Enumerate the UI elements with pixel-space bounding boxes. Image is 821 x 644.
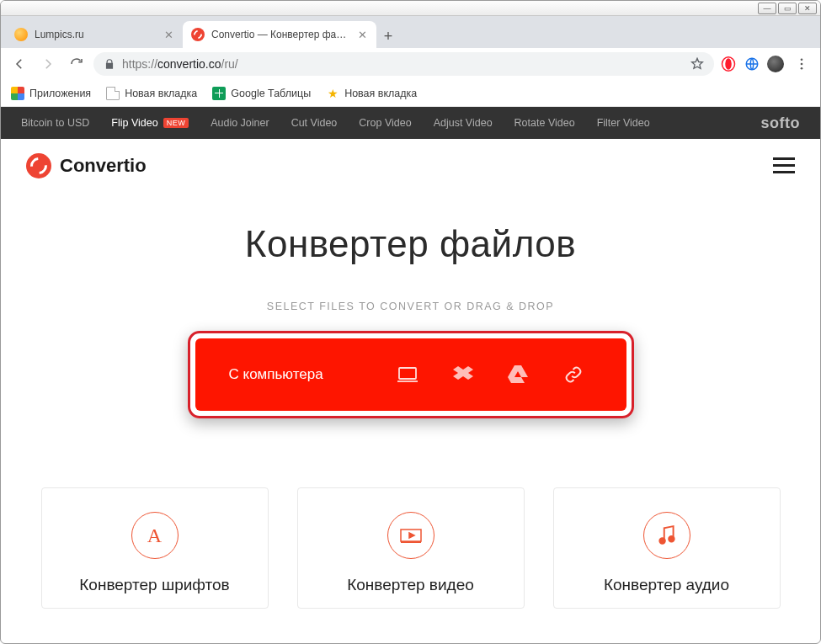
hamburger-icon	[773, 157, 795, 160]
svg-point-9	[669, 536, 674, 542]
star-icon: ★	[326, 87, 339, 100]
tab-label: Lumpics.ru	[35, 29, 156, 40]
upload-box[interactable]: С компьютера	[195, 338, 626, 411]
upload-instructions: SELECT FILES TO CONVERT OR DRAG & DROP	[1, 301, 820, 312]
back-button[interactable]	[8, 52, 31, 76]
url-text: https://convertio.co/ru/	[122, 57, 238, 71]
card-audio[interactable]: Конвертер аудио	[553, 487, 781, 609]
font-icon: A	[131, 512, 179, 559]
site-menu-button[interactable]	[773, 157, 795, 173]
bookmark-label: Новая вкладка	[344, 88, 417, 99]
bookmark-new-tab-2[interactable]: ★Новая вкладка	[326, 87, 417, 100]
svg-point-8	[659, 538, 665, 544]
site-header: Convertio	[1, 139, 820, 193]
bookmark-google-sheets[interactable]: Google Таблицы	[212, 87, 311, 100]
bookmark-label: Приложения	[29, 88, 91, 99]
convertio-logo-icon	[26, 153, 51, 178]
globe-extension-icon[interactable]	[743, 55, 761, 73]
convertio-logo-text: Convertio	[60, 155, 147, 177]
promo-link-flip-video[interactable]: Flip VideoNEW	[111, 117, 189, 129]
promo-link-filter-video[interactable]: Filter Video	[597, 117, 650, 129]
promo-link-audio-joiner[interactable]: Audio Joiner	[211, 117, 269, 129]
close-icon[interactable]: ✕	[356, 29, 368, 40]
tab-lumpics[interactable]: Lumpics.ru ✕	[6, 21, 183, 48]
google-drive-icon	[508, 365, 528, 384]
card-fonts[interactable]: A Конвертер шрифтов	[41, 487, 269, 609]
upload-highlight: С компьютера	[188, 331, 634, 418]
bookmark-label: Новая вкладка	[125, 88, 197, 99]
softo-brand: softo	[761, 114, 801, 132]
bookmark-star-icon[interactable]	[690, 57, 704, 71]
lumpics-favicon	[14, 28, 28, 41]
promo-link-cut-video[interactable]: Cut Video	[291, 117, 338, 129]
forward-button[interactable]	[36, 52, 60, 76]
arrow-right-icon	[40, 56, 56, 72]
svg-point-5	[801, 67, 803, 70]
bookmark-label: Google Таблицы	[231, 88, 311, 99]
new-badge: NEW	[163, 118, 189, 128]
page-title: Конвертер файлов	[1, 223, 820, 265]
converter-cards: A Конвертер шрифтов Конвертер видео Конв…	[1, 487, 820, 609]
svg-point-1	[725, 58, 732, 70]
card-title: Конвертер шрифтов	[51, 576, 259, 594]
browser-tabs: Lumpics.ru ✕ Convertio — Конвертер файло…	[1, 16, 820, 48]
arrow-left-icon	[12, 56, 27, 72]
opera-extension-icon[interactable]	[719, 55, 738, 73]
promo-link-rotate-video[interactable]: Rotate Video	[514, 117, 575, 129]
upload-from-url-button[interactable]	[546, 365, 601, 384]
convertio-logo[interactable]: Convertio	[26, 153, 147, 178]
top-promo-bar: Bitcoin to USD Flip VideoNEW Audio Joine…	[1, 107, 820, 139]
svg-rect-6	[399, 368, 416, 379]
svg-point-4	[801, 63, 803, 66]
reload-button[interactable]	[65, 52, 88, 76]
hero-section: Конвертер файлов	[1, 193, 820, 274]
upload-from-gdrive-button[interactable]	[491, 365, 546, 384]
svg-point-3	[801, 58, 803, 61]
audio-icon	[643, 512, 690, 559]
video-icon	[387, 512, 434, 559]
computer-icon	[397, 365, 418, 384]
promo-link-bitcoin[interactable]: Bitcoin to USD	[21, 117, 89, 129]
card-video[interactable]: Конвертер видео	[297, 487, 525, 609]
apps-icon	[11, 87, 24, 100]
file-icon	[106, 87, 120, 100]
browser-toolbar: https://convertio.co/ru/	[1, 48, 820, 80]
card-title: Конвертер аудио	[562, 576, 771, 594]
window-minimize-button[interactable]: —	[758, 3, 776, 14]
dropbox-icon	[453, 365, 473, 384]
bookmark-apps[interactable]: Приложения	[11, 87, 91, 100]
sheets-icon	[212, 87, 226, 100]
promo-link-crop-video[interactable]: Crop Video	[359, 117, 411, 129]
close-icon[interactable]: ✕	[163, 29, 174, 40]
card-title: Конвертер видео	[307, 576, 515, 594]
window-close-button[interactable]: ✕	[798, 3, 817, 14]
address-bar[interactable]: https://convertio.co/ru/	[93, 52, 714, 76]
lock-icon	[104, 58, 115, 70]
bookmark-new-tab-1[interactable]: Новая вкладка	[106, 87, 197, 100]
tab-label: Convertio — Конвертер файлов	[211, 29, 349, 40]
upload-from-computer-button[interactable]	[381, 365, 436, 384]
kebab-icon	[794, 56, 809, 72]
window-titlebar: — ▭ ✕	[1, 1, 820, 16]
tab-convertio[interactable]: Convertio — Конвертер файлов ✕	[183, 21, 376, 48]
profile-avatar[interactable]	[766, 55, 785, 73]
bookmarks-bar: Приложения Новая вкладка Google Таблицы …	[1, 80, 820, 107]
upload-from-dropbox-button[interactable]	[435, 365, 491, 384]
window-maximize-button[interactable]: ▭	[778, 3, 797, 14]
reload-icon	[69, 56, 84, 72]
convertio-favicon	[191, 28, 205, 41]
upload-from-computer-label: С компьютера	[229, 366, 381, 383]
new-tab-button[interactable]: +	[376, 24, 400, 48]
link-icon	[563, 365, 584, 384]
upload-area: С компьютера	[1, 331, 820, 418]
browser-menu-button[interactable]	[790, 52, 813, 76]
promo-link-adjust-video[interactable]: Adjust Video	[434, 117, 493, 129]
